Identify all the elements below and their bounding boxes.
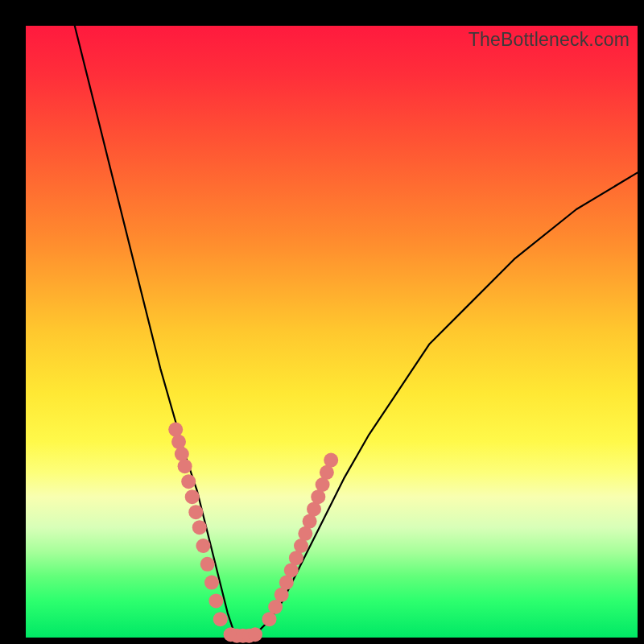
marker-dot xyxy=(213,612,228,626)
marker-dot xyxy=(181,474,196,489)
marker-dot xyxy=(178,459,192,473)
marker-dot xyxy=(171,435,186,449)
marker-layer xyxy=(168,423,338,643)
marker-dot xyxy=(188,505,203,519)
chart-frame: TheBottleneck.com xyxy=(0,0,644,644)
marker-dot xyxy=(185,489,200,504)
marker-dot xyxy=(324,453,338,468)
marker-dot xyxy=(168,423,183,437)
marker-dot xyxy=(204,576,219,590)
chart-svg xyxy=(26,26,638,638)
marker-dot xyxy=(208,593,223,608)
curve-layer xyxy=(75,26,638,638)
marker-dot xyxy=(200,557,215,572)
marker-dot xyxy=(248,627,262,642)
plot-area: TheBottleneck.com xyxy=(26,26,638,638)
marker-dot xyxy=(175,447,189,461)
marker-dot xyxy=(196,539,210,553)
curve-path xyxy=(75,26,638,638)
marker-dot xyxy=(192,520,207,535)
